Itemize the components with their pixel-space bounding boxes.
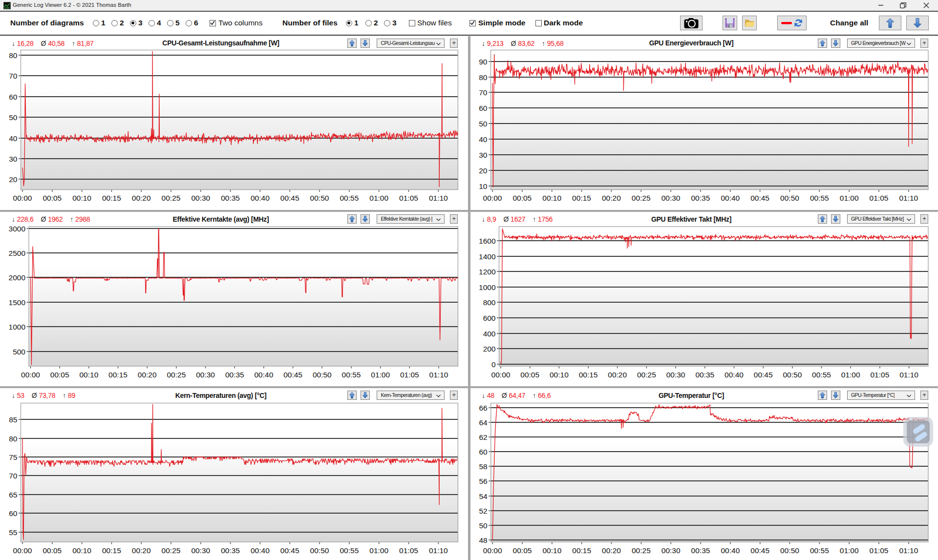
svg-text:00:05: 00:05 [513, 546, 532, 555]
svg-text:00:00: 00:00 [483, 546, 502, 555]
svg-text:00:30: 00:30 [661, 546, 681, 555]
svg-text:52: 52 [479, 507, 487, 515]
svg-text:66: 66 [479, 404, 487, 412]
svg-text:60: 60 [479, 448, 488, 456]
svg-text:64: 64 [479, 418, 488, 427]
svg-text:48: 48 [479, 536, 487, 544]
svg-text:00:15: 00:15 [572, 546, 591, 555]
svg-text:62: 62 [479, 433, 487, 441]
svg-text:01:05: 01:05 [870, 546, 889, 555]
svg-text:58: 58 [479, 462, 487, 471]
svg-text:00:40: 00:40 [721, 546, 740, 555]
svg-text:50: 50 [479, 521, 488, 530]
svg-text:56: 56 [479, 477, 487, 485]
svg-text:01:10: 01:10 [899, 546, 918, 555]
svg-text:54: 54 [479, 492, 488, 500]
svg-text:00:20: 00:20 [602, 546, 621, 555]
svg-text:00:35: 00:35 [691, 546, 710, 555]
svg-text:00:25: 00:25 [632, 546, 651, 555]
svg-text:01:00: 01:00 [840, 546, 859, 555]
svg-text:00:10: 00:10 [543, 546, 562, 555]
svg-text:00:55: 00:55 [810, 546, 829, 555]
svg-text:00:50: 00:50 [780, 546, 799, 555]
svg-text:00:45: 00:45 [750, 546, 769, 555]
